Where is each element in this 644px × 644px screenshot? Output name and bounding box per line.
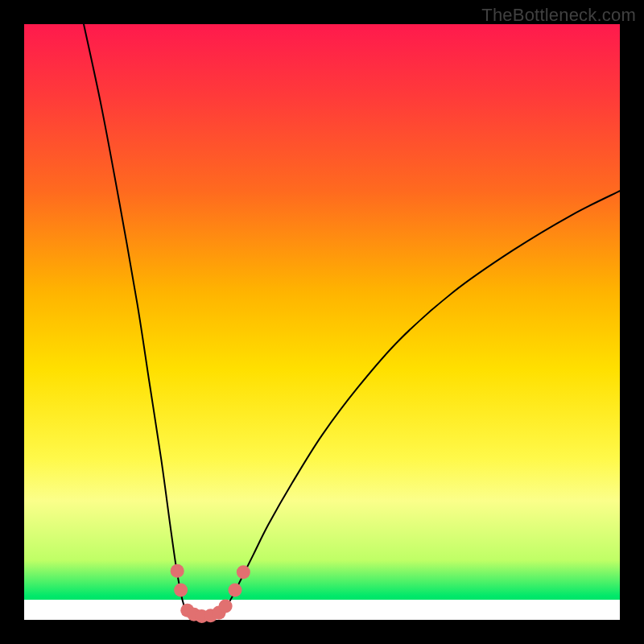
chart-frame: TheBottleneck.com xyxy=(0,0,644,644)
marker-point xyxy=(228,583,242,597)
marker-point xyxy=(174,583,188,597)
chart-svg xyxy=(24,24,620,620)
series-curve-right xyxy=(224,191,620,611)
curve-group xyxy=(84,24,620,617)
marker-point xyxy=(171,564,184,578)
marker-point xyxy=(237,565,250,579)
series-curve-left xyxy=(84,24,186,611)
marker-point xyxy=(219,599,233,613)
marker-group xyxy=(171,564,250,623)
watermark-text: TheBottleneck.com xyxy=(481,5,636,26)
